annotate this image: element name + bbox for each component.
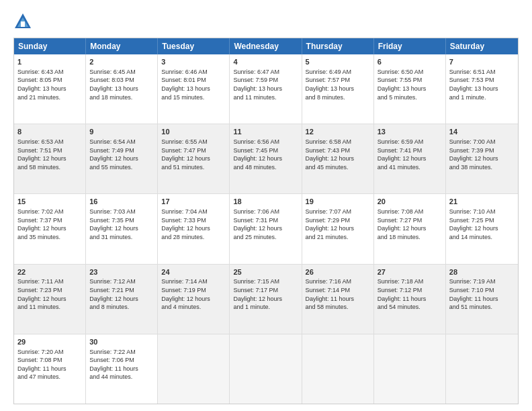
- cell-line: Sunrise: 6:47 AM: [233, 68, 298, 77]
- cell-line: Sunrise: 7:03 AM: [89, 208, 154, 216]
- cell-line: Sunrise: 7:11 AM: [17, 277, 82, 286]
- empty-cell: [446, 334, 518, 404]
- day-cell-11: 11Sunrise: 6:56 AMSunset: 7:45 PMDayligh…: [230, 124, 302, 193]
- day-cell-23: 23Sunrise: 7:12 AMSunset: 7:21 PMDayligh…: [86, 265, 158, 334]
- empty-cell: [230, 334, 302, 404]
- cell-line: Sunrise: 6:49 AM: [306, 68, 370, 77]
- cell-line: Sunset: 7:37 PM: [17, 216, 82, 225]
- cell-line: and 18 minutes.: [378, 233, 442, 242]
- day-cell-2: 2Sunrise: 6:45 AMSunset: 8:03 PMDaylight…: [86, 54, 158, 124]
- page: SundayMondayTuesdayWednesdayThursdayFrid…: [0, 0, 532, 411]
- day-cell-20: 20Sunrise: 7:08 AMSunset: 7:27 PMDayligh…: [374, 194, 446, 263]
- day-number: 21: [449, 197, 515, 207]
- day-cell-12: 12Sunrise: 6:58 AMSunset: 7:43 PMDayligh…: [302, 124, 374, 193]
- day-number: 13: [378, 127, 442, 137]
- day-cell-14: 14Sunrise: 7:00 AMSunset: 7:39 PMDayligh…: [446, 124, 518, 193]
- cell-line: Sunrise: 6:45 AM: [89, 68, 154, 77]
- cell-line: and 25 minutes.: [233, 233, 298, 242]
- day-cell-10: 10Sunrise: 6:55 AMSunset: 7:47 PMDayligh…: [158, 124, 230, 193]
- cell-line: Sunset: 7:21 PM: [89, 286, 154, 295]
- cell-line: and 54 minutes.: [378, 303, 442, 312]
- cell-line: and 55 minutes.: [89, 163, 154, 172]
- cell-line: Sunset: 7:57 PM: [306, 76, 370, 85]
- calendar-header: SundayMondayTuesdayWednesdayThursdayFrid…: [14, 38, 518, 54]
- calendar-row-1: 8Sunrise: 6:53 AMSunset: 7:51 PMDaylight…: [14, 124, 518, 193]
- svg-rect-2: [21, 21, 25, 27]
- cell-line: Sunrise: 7:06 AM: [233, 208, 298, 216]
- cell-line: Daylight: 12 hours: [89, 154, 154, 163]
- day-number: 30: [89, 337, 154, 347]
- cell-line: Sunrise: 7:08 AM: [378, 208, 442, 216]
- cell-line: and 51 minutes.: [449, 303, 515, 312]
- day-cell-16: 16Sunrise: 7:03 AMSunset: 7:35 PMDayligh…: [86, 194, 158, 263]
- day-number: 1: [17, 57, 82, 67]
- cell-line: Sunrise: 6:59 AM: [378, 138, 442, 146]
- cell-line: Sunrise: 7:22 AM: [89, 348, 154, 357]
- day-number: 29: [17, 337, 82, 347]
- day-cell-9: 9Sunrise: 6:54 AMSunset: 7:49 PMDaylight…: [86, 124, 158, 193]
- cell-line: Sunrise: 7:02 AM: [17, 208, 82, 216]
- cell-line: Sunset: 7:45 PM: [233, 146, 298, 155]
- cell-line: Sunrise: 7:19 AM: [449, 277, 515, 286]
- cell-line: Daylight: 11 hours: [306, 295, 370, 304]
- cell-line: Sunrise: 7:04 AM: [161, 208, 226, 216]
- cell-line: Sunrise: 6:53 AM: [17, 138, 82, 146]
- day-cell-6: 6Sunrise: 6:50 AMSunset: 7:55 PMDaylight…: [374, 54, 446, 124]
- day-number: 12: [306, 127, 370, 137]
- weekday-header-friday: Friday: [374, 38, 446, 54]
- cell-line: and 47 minutes.: [17, 373, 82, 381]
- day-number: 26: [306, 267, 370, 277]
- cell-line: Daylight: 13 hours: [449, 85, 515, 93]
- day-cell-28: 28Sunrise: 7:19 AMSunset: 7:10 PMDayligh…: [446, 265, 518, 334]
- cell-line: Sunrise: 7:14 AM: [161, 277, 226, 286]
- cell-line: and 38 minutes.: [449, 163, 515, 172]
- cell-line: and 11 minutes.: [17, 303, 82, 312]
- day-cell-3: 3Sunrise: 6:46 AMSunset: 8:01 PMDaylight…: [158, 54, 230, 124]
- cell-line: Daylight: 13 hours: [378, 85, 442, 93]
- cell-line: Sunset: 7:12 PM: [378, 286, 442, 295]
- day-cell-21: 21Sunrise: 7:10 AMSunset: 7:25 PMDayligh…: [446, 194, 518, 263]
- cell-line: Sunrise: 7:00 AM: [449, 138, 515, 146]
- weekday-header-sunday: Sunday: [14, 38, 86, 54]
- day-cell-5: 5Sunrise: 6:49 AMSunset: 7:57 PMDaylight…: [302, 54, 374, 124]
- calendar: SundayMondayTuesdayWednesdayThursdayFrid…: [13, 38, 519, 404]
- cell-line: Sunset: 7:33 PM: [161, 216, 226, 225]
- day-number: 20: [378, 197, 442, 207]
- day-number: 7: [449, 57, 515, 67]
- cell-line: and 31 minutes.: [89, 233, 154, 242]
- cell-line: Sunset: 7:27 PM: [378, 216, 442, 225]
- day-cell-7: 7Sunrise: 6:51 AMSunset: 7:53 PMDaylight…: [446, 54, 518, 124]
- day-cell-30: 30Sunrise: 7:22 AMSunset: 7:06 PMDayligh…: [86, 334, 158, 404]
- cell-line: Daylight: 12 hours: [306, 224, 370, 233]
- calendar-row-3: 22Sunrise: 7:11 AMSunset: 7:23 PMDayligh…: [14, 264, 518, 334]
- cell-line: Daylight: 12 hours: [306, 154, 370, 163]
- cell-line: Sunset: 7:25 PM: [449, 216, 515, 225]
- day-number: 10: [161, 127, 226, 137]
- day-cell-17: 17Sunrise: 7:04 AMSunset: 7:33 PMDayligh…: [158, 194, 230, 263]
- cell-line: Sunrise: 7:07 AM: [306, 208, 370, 216]
- cell-line: Daylight: 13 hours: [89, 85, 154, 93]
- weekday-header-wednesday: Wednesday: [230, 38, 302, 54]
- day-number: 19: [306, 197, 370, 207]
- cell-line: Sunset: 7:17 PM: [233, 286, 298, 295]
- cell-line: Sunset: 7:10 PM: [449, 286, 515, 295]
- cell-line: and 15 minutes.: [161, 93, 226, 102]
- day-cell-13: 13Sunrise: 6:59 AMSunset: 7:41 PMDayligh…: [374, 124, 446, 193]
- cell-line: Daylight: 12 hours: [233, 224, 298, 233]
- cell-line: and 58 minutes.: [17, 163, 82, 172]
- day-number: 16: [89, 197, 154, 207]
- cell-line: Sunset: 7:35 PM: [89, 216, 154, 225]
- calendar-row-4: 29Sunrise: 7:20 AMSunset: 7:08 PMDayligh…: [14, 334, 518, 404]
- day-number: 25: [233, 267, 298, 277]
- cell-line: Sunset: 8:05 PM: [17, 76, 82, 85]
- cell-line: Sunrise: 7:16 AM: [306, 277, 370, 286]
- day-cell-22: 22Sunrise: 7:11 AMSunset: 7:23 PMDayligh…: [14, 265, 86, 334]
- cell-line: Daylight: 12 hours: [17, 224, 82, 233]
- day-number: 15: [17, 197, 82, 207]
- day-number: 6: [378, 57, 442, 67]
- cell-line: Daylight: 12 hours: [161, 154, 226, 163]
- cell-line: Sunrise: 6:43 AM: [17, 68, 82, 77]
- day-number: 23: [89, 267, 154, 277]
- cell-line: Sunset: 7:31 PM: [233, 216, 298, 225]
- cell-line: Sunset: 8:01 PM: [161, 76, 226, 85]
